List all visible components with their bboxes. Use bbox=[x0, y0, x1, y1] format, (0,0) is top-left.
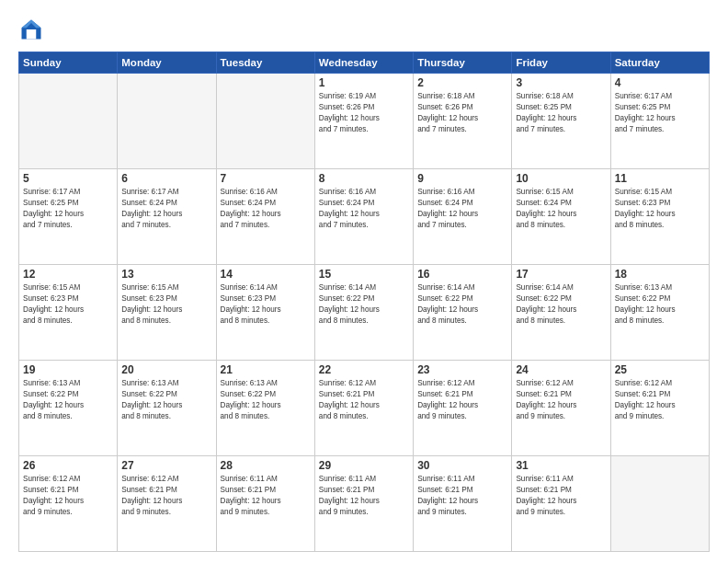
day-number: 11 bbox=[615, 172, 705, 185]
calendar-cell: 18Sunrise: 6:13 AMSunset: 6:22 PMDayligh… bbox=[610, 265, 709, 361]
day-number: 22 bbox=[319, 363, 409, 376]
day-number: 2 bbox=[417, 76, 507, 89]
day-number: 29 bbox=[319, 459, 409, 472]
day-info: Sunrise: 6:13 AMSunset: 6:22 PMDaylight:… bbox=[221, 378, 311, 422]
day-number: 30 bbox=[417, 459, 507, 472]
calendar-cell bbox=[19, 74, 118, 169]
day-info: Sunrise: 6:11 AMSunset: 6:21 PMDaylight:… bbox=[221, 474, 311, 518]
day-info: Sunrise: 6:18 AMSunset: 6:25 PMDaylight:… bbox=[516, 91, 606, 135]
week-row-3: 12Sunrise: 6:15 AMSunset: 6:23 PMDayligh… bbox=[19, 265, 710, 361]
calendar-cell bbox=[610, 456, 709, 552]
calendar-cell: 12Sunrise: 6:15 AMSunset: 6:23 PMDayligh… bbox=[19, 265, 118, 361]
day-number: 8 bbox=[319, 172, 409, 185]
day-number: 27 bbox=[121, 459, 211, 472]
weekday-header-row: SundayMondayTuesdayWednesdayThursdayFrid… bbox=[19, 52, 710, 74]
day-info: Sunrise: 6:14 AMSunset: 6:22 PMDaylight:… bbox=[516, 282, 606, 327]
day-info: Sunrise: 6:13 AMSunset: 6:22 PMDaylight:… bbox=[23, 378, 113, 422]
calendar-cell: 27Sunrise: 6:12 AMSunset: 6:21 PMDayligh… bbox=[118, 456, 216, 552]
calendar-cell: 5Sunrise: 6:17 AMSunset: 6:25 PMDaylight… bbox=[19, 169, 118, 265]
day-info: Sunrise: 6:16 AMSunset: 6:24 PMDaylight:… bbox=[319, 187, 409, 231]
day-info: Sunrise: 6:12 AMSunset: 6:21 PMDaylight:… bbox=[417, 378, 507, 422]
calendar-cell: 13Sunrise: 6:15 AMSunset: 6:23 PMDayligh… bbox=[118, 265, 216, 361]
week-row-4: 19Sunrise: 6:13 AMSunset: 6:22 PMDayligh… bbox=[19, 361, 710, 456]
week-row-5: 26Sunrise: 6:12 AMSunset: 6:21 PMDayligh… bbox=[19, 456, 710, 552]
day-number: 31 bbox=[516, 459, 606, 472]
day-info: Sunrise: 6:11 AMSunset: 6:21 PMDaylight:… bbox=[319, 474, 409, 518]
day-info: Sunrise: 6:12 AMSunset: 6:21 PMDaylight:… bbox=[319, 378, 409, 422]
calendar-cell: 1Sunrise: 6:19 AMSunset: 6:26 PMDaylight… bbox=[314, 74, 413, 169]
page: SundayMondayTuesdayWednesdayThursdayFrid… bbox=[0, 0, 728, 563]
day-number: 7 bbox=[221, 172, 311, 185]
day-number: 3 bbox=[516, 76, 606, 89]
day-info: Sunrise: 6:14 AMSunset: 6:22 PMDaylight:… bbox=[319, 282, 409, 327]
day-info: Sunrise: 6:12 AMSunset: 6:21 PMDaylight:… bbox=[23, 474, 113, 518]
day-info: Sunrise: 6:16 AMSunset: 6:24 PMDaylight:… bbox=[417, 187, 507, 231]
day-number: 21 bbox=[221, 363, 311, 376]
calendar-cell: 25Sunrise: 6:12 AMSunset: 6:21 PMDayligh… bbox=[610, 361, 709, 456]
calendar-cell: 11Sunrise: 6:15 AMSunset: 6:23 PMDayligh… bbox=[610, 169, 709, 265]
day-info: Sunrise: 6:14 AMSunset: 6:23 PMDaylight:… bbox=[221, 282, 311, 327]
calendar-cell: 4Sunrise: 6:17 AMSunset: 6:25 PMDaylight… bbox=[610, 74, 709, 169]
header bbox=[18, 17, 710, 42]
day-info: Sunrise: 6:18 AMSunset: 6:26 PMDaylight:… bbox=[417, 91, 507, 135]
calendar-cell: 16Sunrise: 6:14 AMSunset: 6:22 PMDayligh… bbox=[414, 265, 512, 361]
day-info: Sunrise: 6:17 AMSunset: 6:24 PMDaylight:… bbox=[121, 187, 211, 231]
day-number: 13 bbox=[121, 268, 211, 281]
day-number: 20 bbox=[121, 363, 211, 376]
calendar-cell bbox=[118, 74, 216, 169]
day-info: Sunrise: 6:19 AMSunset: 6:26 PMDaylight:… bbox=[319, 91, 409, 135]
svg-rect-2 bbox=[27, 29, 37, 40]
calendar-cell: 29Sunrise: 6:11 AMSunset: 6:21 PMDayligh… bbox=[314, 456, 413, 552]
weekday-header-wednesday: Wednesday bbox=[314, 52, 413, 74]
day-number: 18 bbox=[615, 268, 705, 281]
logo bbox=[18, 17, 48, 42]
calendar-cell: 17Sunrise: 6:14 AMSunset: 6:22 PMDayligh… bbox=[512, 265, 610, 361]
day-info: Sunrise: 6:15 AMSunset: 6:23 PMDaylight:… bbox=[23, 282, 113, 327]
day-number: 14 bbox=[221, 268, 311, 281]
day-info: Sunrise: 6:16 AMSunset: 6:24 PMDaylight:… bbox=[221, 187, 311, 231]
calendar-cell: 24Sunrise: 6:12 AMSunset: 6:21 PMDayligh… bbox=[512, 361, 610, 456]
day-number: 15 bbox=[319, 268, 409, 281]
calendar-cell: 26Sunrise: 6:12 AMSunset: 6:21 PMDayligh… bbox=[19, 456, 118, 552]
day-number: 10 bbox=[516, 172, 606, 185]
calendar-cell: 15Sunrise: 6:14 AMSunset: 6:22 PMDayligh… bbox=[314, 265, 413, 361]
calendar-cell: 21Sunrise: 6:13 AMSunset: 6:22 PMDayligh… bbox=[216, 361, 314, 456]
day-info: Sunrise: 6:12 AMSunset: 6:21 PMDaylight:… bbox=[516, 378, 606, 422]
week-row-1: 1Sunrise: 6:19 AMSunset: 6:26 PMDaylight… bbox=[19, 74, 710, 169]
calendar-cell: 10Sunrise: 6:15 AMSunset: 6:24 PMDayligh… bbox=[512, 169, 610, 265]
day-info: Sunrise: 6:14 AMSunset: 6:22 PMDaylight:… bbox=[417, 282, 507, 327]
week-row-2: 5Sunrise: 6:17 AMSunset: 6:25 PMDaylight… bbox=[19, 169, 710, 265]
calendar-cell: 3Sunrise: 6:18 AMSunset: 6:25 PMDaylight… bbox=[512, 74, 610, 169]
logo-icon bbox=[18, 17, 44, 42]
weekday-header-tuesday: Tuesday bbox=[216, 52, 314, 74]
day-info: Sunrise: 6:15 AMSunset: 6:23 PMDaylight:… bbox=[121, 282, 211, 327]
day-number: 17 bbox=[516, 268, 606, 281]
calendar-cell: 28Sunrise: 6:11 AMSunset: 6:21 PMDayligh… bbox=[216, 456, 314, 552]
weekday-header-monday: Monday bbox=[118, 52, 216, 74]
day-info: Sunrise: 6:17 AMSunset: 6:25 PMDaylight:… bbox=[23, 187, 113, 231]
weekday-header-thursday: Thursday bbox=[414, 52, 512, 74]
day-number: 25 bbox=[615, 363, 705, 376]
day-number: 9 bbox=[417, 172, 507, 185]
calendar-cell: 14Sunrise: 6:14 AMSunset: 6:23 PMDayligh… bbox=[216, 265, 314, 361]
day-info: Sunrise: 6:13 AMSunset: 6:22 PMDaylight:… bbox=[615, 282, 705, 327]
calendar-cell: 20Sunrise: 6:13 AMSunset: 6:22 PMDayligh… bbox=[118, 361, 216, 456]
day-number: 6 bbox=[121, 172, 211, 185]
weekday-header-sunday: Sunday bbox=[19, 52, 118, 74]
weekday-header-friday: Friday bbox=[512, 52, 610, 74]
day-number: 23 bbox=[417, 363, 507, 376]
day-number: 26 bbox=[23, 459, 113, 472]
day-number: 19 bbox=[23, 363, 113, 376]
day-info: Sunrise: 6:17 AMSunset: 6:25 PMDaylight:… bbox=[615, 91, 705, 135]
calendar-cell: 30Sunrise: 6:11 AMSunset: 6:21 PMDayligh… bbox=[414, 456, 512, 552]
calendar-cell: 23Sunrise: 6:12 AMSunset: 6:21 PMDayligh… bbox=[414, 361, 512, 456]
calendar-cell: 8Sunrise: 6:16 AMSunset: 6:24 PMDaylight… bbox=[314, 169, 413, 265]
calendar-cell: 31Sunrise: 6:11 AMSunset: 6:21 PMDayligh… bbox=[512, 456, 610, 552]
calendar-cell bbox=[216, 74, 314, 169]
day-number: 28 bbox=[221, 459, 311, 472]
calendar-cell: 7Sunrise: 6:16 AMSunset: 6:24 PMDaylight… bbox=[216, 169, 314, 265]
day-number: 4 bbox=[615, 76, 705, 89]
day-info: Sunrise: 6:13 AMSunset: 6:22 PMDaylight:… bbox=[121, 378, 211, 422]
day-info: Sunrise: 6:15 AMSunset: 6:24 PMDaylight:… bbox=[516, 187, 606, 231]
day-info: Sunrise: 6:15 AMSunset: 6:23 PMDaylight:… bbox=[615, 187, 705, 231]
